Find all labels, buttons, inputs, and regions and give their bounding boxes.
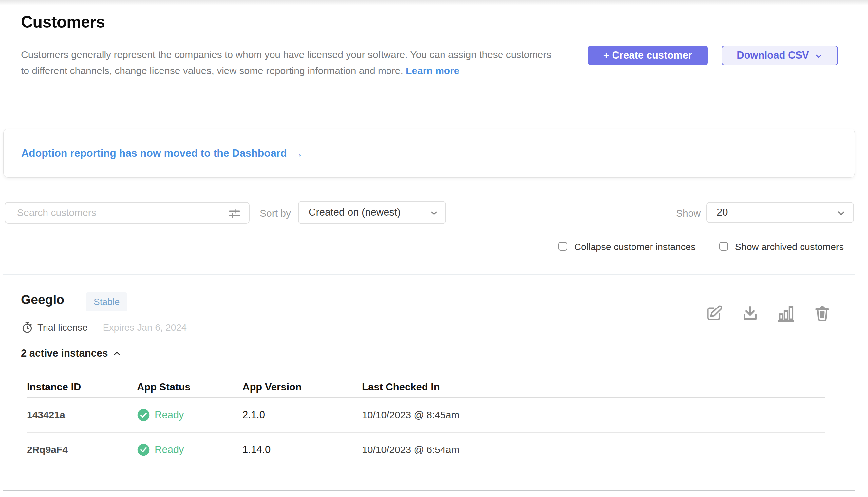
collapse-instances-label[interactable]: Collapse customer instances [574,242,696,253]
bottom-divider [3,490,855,492]
download-csv-label: Download CSV [737,49,809,61]
download-icon[interactable] [741,304,759,323]
col-instance-id: Instance ID [27,381,137,393]
app-version: 1.14.0 [242,444,362,456]
chevron-down-icon [836,208,847,219]
instances-table-header: Instance ID App Status App Version Last … [27,377,825,398]
app-status: Ready [137,409,242,422]
check-circle-icon [137,443,150,456]
instance-id: 143421a [27,410,137,421]
col-app-status: App Status [137,381,242,393]
search-input[interactable] [5,203,249,223]
download-csv-button[interactable]: Download CSV [722,45,838,65]
sort-by-label: Sort by [260,208,291,219]
chevron-up-icon [112,349,121,358]
top-scroll-shadow [0,0,868,5]
filter-sliders-icon[interactable] [228,207,241,220]
sort-select[interactable]: Created on (newest) [298,201,446,224]
show-count-value: 20 [717,207,728,218]
app-version: 2.1.0 [242,409,362,421]
sort-select-value: Created on (newest) [309,207,401,218]
edit-icon[interactable] [705,304,723,323]
adoption-reporting-link[interactable]: Adoption reporting has now moved to the … [21,147,303,160]
chevron-down-icon [429,208,439,218]
page-title: Customers [21,12,105,31]
create-customer-button[interactable]: + Create customer [588,45,707,65]
show-archived-checkbox[interactable] [719,242,728,251]
instance-id: 2Rq9aF4 [27,444,137,455]
instances-summary: 2 active instances [21,347,108,359]
stopwatch-icon [21,321,33,334]
col-app-version: App Version [242,381,362,393]
instances-toggle[interactable]: 2 active instances [21,347,121,359]
app-status-text: Ready [155,409,184,421]
bar-chart-icon[interactable] [777,304,795,323]
show-archived-label[interactable]: Show archived customers [735,242,844,253]
chevron-down-icon [814,52,823,60]
section-divider [3,274,855,275]
adoption-reporting-banner: Adoption reporting has now moved to the … [3,128,855,178]
show-count-select[interactable]: 20 [706,202,854,223]
last-checked-in: 10/10/2023 @ 6:54am [362,444,825,455]
show-label: Show [676,208,701,219]
customer-actions [705,304,831,323]
license-row: Trial license Expires Jan 6, 2024 [21,321,187,334]
instances-table: Instance ID App Status App Version Last … [27,377,825,468]
arrow-right-icon: → [292,147,303,160]
learn-more-link[interactable]: Learn more [406,65,459,76]
search-customers-box [4,202,250,224]
customer-name[interactable]: Geeglo [21,293,64,307]
col-last-checked-in: Last Checked In [362,381,825,393]
collapse-instances-checkbox[interactable] [558,242,567,251]
page-description-text: Customers generally represent the compan… [21,49,551,76]
last-checked-in: 10/10/2023 @ 8:45am [362,410,825,421]
customers-page: Customers Customers generally represent … [0,0,868,497]
license-type: Trial license [37,322,88,333]
license-expiry: Expires Jan 6, 2024 [103,322,187,333]
channel-badge: Stable [86,293,128,311]
page-description: Customers generally represent the compan… [21,46,555,79]
app-status: Ready [137,443,242,456]
trash-icon[interactable] [813,304,831,323]
banner-message: Adoption reporting has now moved to the … [21,147,287,159]
app-status-text: Ready [155,444,184,456]
check-circle-icon [137,409,150,422]
table-row[interactable]: 143421a Ready 2.1.0 10/10/2023 @ 8:45am [27,398,825,433]
table-row[interactable]: 2Rq9aF4 Ready 1.14.0 10/10/2023 @ 6:54am [27,433,825,468]
